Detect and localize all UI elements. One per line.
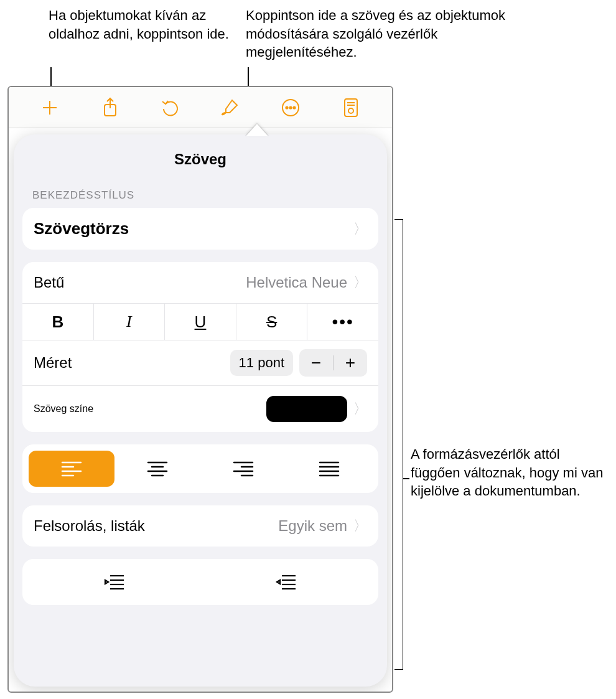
format-brush-icon	[220, 98, 240, 118]
size-decrease-button[interactable]: −	[299, 349, 333, 377]
alignment-row	[22, 444, 378, 493]
size-stepper: − +	[299, 349, 367, 377]
align-right-icon	[233, 461, 254, 477]
paragraph-style-section-label: BEKEZDÉSSTÍLUS	[14, 189, 387, 208]
text-color-swatch	[266, 396, 347, 422]
more-button[interactable]	[277, 94, 304, 121]
outdent-button[interactable]	[29, 565, 200, 599]
lists-value: Egyik sem	[278, 517, 347, 535]
document-settings-button[interactable]	[337, 94, 365, 121]
svg-point-9	[348, 108, 353, 113]
align-center-button[interactable]	[114, 451, 200, 487]
popover-arrow	[246, 124, 268, 136]
format-panel: Szöveg BEKEZDÉSSTÍLUS Szövegtörzs 〉 Betű…	[14, 134, 387, 687]
align-center-icon	[147, 461, 168, 477]
align-left-icon	[61, 461, 82, 477]
font-card: Betű Helvetica Neue 〉 B I U S ••• Méret …	[22, 262, 378, 432]
add-button[interactable]	[36, 94, 63, 121]
plus-icon	[40, 98, 59, 117]
svg-point-6	[289, 106, 291, 108]
panel-title: Szöveg	[14, 151, 387, 168]
chevron-right-icon: 〉	[353, 273, 367, 292]
align-justify-icon	[319, 461, 340, 477]
toolbar	[9, 87, 392, 128]
format-button[interactable]	[217, 94, 244, 121]
indent-button[interactable]	[200, 565, 372, 599]
indent-row	[22, 559, 378, 605]
text-color-row[interactable]: Szöveg színe 〉	[22, 385, 378, 432]
size-value-button[interactable]: 11 pont	[230, 350, 293, 376]
callout-controls: A formázásvezérlők attól függően változn…	[411, 445, 604, 500]
chevron-right-icon: 〉	[353, 220, 367, 238]
svg-marker-37	[277, 580, 280, 584]
font-label: Betű	[34, 274, 64, 291]
share-icon	[101, 97, 119, 118]
outdent-icon	[104, 574, 125, 590]
callout-add: Ha objektumokat kíván az oldalhoz adni, …	[49, 6, 235, 43]
size-increase-button[interactable]: +	[334, 349, 367, 377]
italic-button[interactable]: I	[94, 304, 166, 340]
share-button[interactable]	[96, 94, 124, 121]
chevron-right-icon: 〉	[353, 400, 367, 418]
undo-button[interactable]	[157, 94, 184, 121]
text-color-label: Szöveg színe	[34, 403, 93, 415]
indent-icon	[276, 574, 297, 590]
lists-card[interactable]: Felsorolás, listák Egyik sem 〉	[22, 505, 378, 547]
lists-label: Felsorolás, listák	[34, 517, 145, 535]
font-row[interactable]: Betű Helvetica Neue 〉	[22, 262, 378, 303]
text-style-buttons: B I U S •••	[22, 303, 378, 340]
align-right-button[interactable]	[200, 451, 286, 487]
more-circle-icon	[281, 98, 301, 118]
underline-button[interactable]: U	[165, 304, 236, 340]
size-row: Méret 11 pont − +	[22, 340, 378, 385]
chevron-right-icon: 〉	[353, 517, 367, 535]
app-window: Szöveg BEKEZDÉSSTÍLUS Szövegtörzs 〉 Betű…	[7, 86, 393, 693]
svg-point-7	[293, 106, 295, 108]
paragraph-style-value: Szövegtörzs	[34, 219, 129, 238]
callout-format: Koppintson ide a szöveg és az objektumok…	[246, 6, 520, 62]
align-justify-button[interactable]	[286, 451, 372, 487]
leader-line	[403, 478, 409, 479]
strikethrough-button[interactable]: S	[236, 304, 308, 340]
svg-point-5	[286, 106, 287, 108]
paragraph-style-card[interactable]: Szövegtörzs 〉	[22, 208, 378, 250]
svg-marker-32	[105, 580, 108, 584]
bracket	[394, 219, 403, 670]
size-label: Méret	[34, 354, 72, 372]
undo-icon	[161, 98, 180, 118]
document-icon	[342, 97, 360, 118]
more-text-options-button[interactable]: •••	[307, 304, 378, 340]
align-left-button[interactable]	[29, 451, 114, 487]
font-value: Helvetica Neue	[246, 274, 347, 291]
bold-button[interactable]: B	[22, 304, 94, 340]
